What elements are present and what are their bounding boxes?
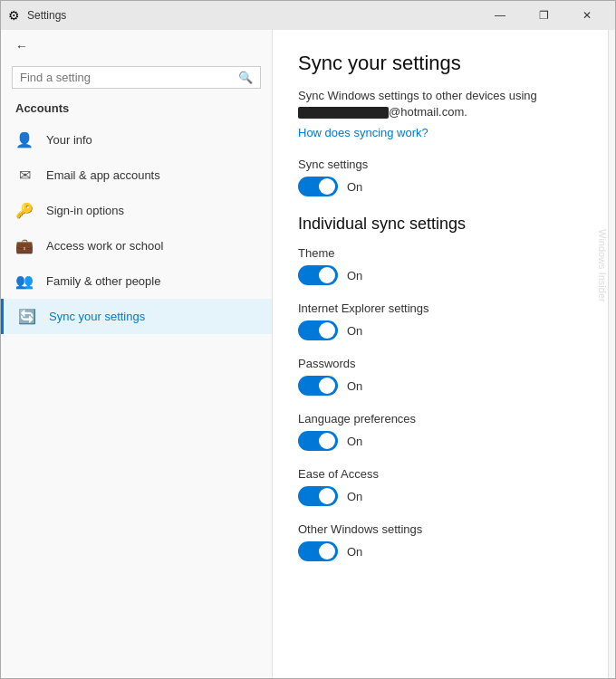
titlebar-title: Settings bbox=[27, 9, 66, 22]
settings-window: ⚙ Settings — ❐ ✕ ← 🔍 Accounts 👤 bbox=[0, 0, 616, 679]
theme-setting-group: Theme On bbox=[298, 246, 582, 285]
titlebar-left: ⚙ Settings bbox=[8, 8, 66, 23]
accounts-section-label: Accounts bbox=[1, 98, 272, 122]
sidebar-item-email-accounts[interactable]: ✉ Email & app accounts bbox=[1, 158, 272, 193]
sidebar-item-sign-in[interactable]: 🔑 Sign-in options bbox=[1, 193, 272, 228]
main-content: Windows Insider Sync your settings Sync … bbox=[273, 30, 608, 678]
email-suffix: @hotmail.com. bbox=[389, 105, 467, 119]
sidebar-item-your-info[interactable]: 👤 Your info bbox=[1, 122, 272, 158]
sign-in-icon: 🔑 bbox=[15, 202, 34, 219]
sidebar-item-label: Your info bbox=[46, 133, 92, 147]
other-toggle-row: On bbox=[298, 541, 582, 561]
other-setting-group: Other Windows settings On bbox=[298, 522, 582, 561]
sync-settings-group: Sync settings On bbox=[298, 158, 582, 196]
ie-value: On bbox=[347, 324, 362, 338]
sidebar-item-access-work[interactable]: 💼 Access work or school bbox=[1, 228, 272, 263]
settings-app-icon: ⚙ bbox=[8, 8, 20, 23]
language-value: On bbox=[347, 435, 362, 448]
passwords-setting-group: Passwords On bbox=[298, 357, 582, 396]
ie-toggle[interactable] bbox=[298, 320, 338, 340]
sync-description: Sync Windows settings to other devices u… bbox=[298, 88, 582, 120]
close-button[interactable]: ✕ bbox=[566, 1, 608, 30]
content-area: ← 🔍 Accounts 👤 Your info ✉ Email & app a… bbox=[1, 30, 615, 678]
search-icon: 🔍 bbox=[238, 71, 253, 84]
theme-value: On bbox=[347, 269, 362, 282]
sidebar: ← 🔍 Accounts 👤 Your info ✉ Email & app a… bbox=[1, 30, 273, 678]
redacted-email bbox=[298, 107, 389, 119]
sidebar-item-label: Family & other people bbox=[46, 274, 160, 288]
ease-label: Ease of Access bbox=[298, 467, 582, 481]
ease-setting-group: Ease of Access On bbox=[298, 467, 582, 506]
individual-sync-section-title: Individual sync settings bbox=[298, 215, 582, 234]
ie-setting-group: Internet Explorer settings On bbox=[298, 301, 582, 340]
ease-toggle[interactable] bbox=[298, 486, 338, 506]
ease-toggle-row: On bbox=[298, 486, 582, 506]
how-syncing-works-link[interactable]: How does syncing work? bbox=[298, 126, 428, 139]
minimize-button[interactable]: — bbox=[479, 1, 521, 30]
search-box: 🔍 bbox=[12, 66, 261, 89]
sidebar-item-label: Email & app accounts bbox=[46, 168, 160, 182]
sync-settings-value: On bbox=[347, 180, 362, 194]
language-label: Language preferences bbox=[298, 412, 582, 426]
passwords-toggle-row: On bbox=[298, 376, 582, 396]
page-title: Sync your settings bbox=[298, 52, 582, 75]
titlebar: ⚙ Settings — ❐ ✕ bbox=[1, 1, 615, 30]
passwords-value: On bbox=[347, 379, 362, 393]
sidebar-item-family[interactable]: 👥 Family & other people bbox=[1, 263, 272, 299]
email-accounts-icon: ✉ bbox=[15, 167, 34, 184]
passwords-toggle[interactable] bbox=[298, 376, 338, 396]
access-work-icon: 💼 bbox=[15, 237, 34, 254]
theme-toggle[interactable] bbox=[298, 265, 338, 285]
sidebar-item-label: Sign-in options bbox=[46, 204, 124, 217]
language-toggle-row: On bbox=[298, 431, 582, 451]
sidebar-item-label: Access work or school bbox=[46, 239, 163, 253]
sync-settings-label: Sync settings bbox=[298, 158, 582, 171]
theme-label: Theme bbox=[298, 246, 582, 260]
sync-settings-toggle[interactable] bbox=[298, 177, 338, 196]
language-setting-group: Language preferences On bbox=[298, 412, 582, 451]
language-toggle[interactable] bbox=[298, 431, 338, 451]
maximize-button[interactable]: ❐ bbox=[523, 1, 564, 30]
ie-toggle-row: On bbox=[298, 320, 582, 340]
your-info-icon: 👤 bbox=[15, 131, 34, 148]
ease-value: On bbox=[347, 490, 362, 503]
titlebar-controls: — ❐ ✕ bbox=[479, 1, 608, 30]
sync-icon: 🔄 bbox=[18, 308, 36, 325]
other-label: Other Windows settings bbox=[298, 522, 582, 536]
other-value: On bbox=[347, 545, 362, 559]
sidebar-item-label: Sync your settings bbox=[49, 310, 145, 323]
sync-settings-toggle-row: On bbox=[298, 177, 582, 196]
scrollbar[interactable] bbox=[608, 30, 615, 678]
passwords-label: Passwords bbox=[298, 357, 582, 370]
theme-toggle-row: On bbox=[298, 265, 582, 285]
family-icon: 👥 bbox=[15, 273, 34, 290]
other-toggle[interactable] bbox=[298, 541, 338, 561]
back-button[interactable]: ← bbox=[1, 30, 272, 62]
watermark: Windows Insider bbox=[597, 229, 608, 302]
sidebar-item-sync[interactable]: 🔄 Sync your settings bbox=[1, 299, 272, 334]
search-input[interactable] bbox=[20, 71, 238, 84]
back-icon: ← bbox=[15, 39, 28, 53]
ie-label: Internet Explorer settings bbox=[298, 301, 582, 315]
